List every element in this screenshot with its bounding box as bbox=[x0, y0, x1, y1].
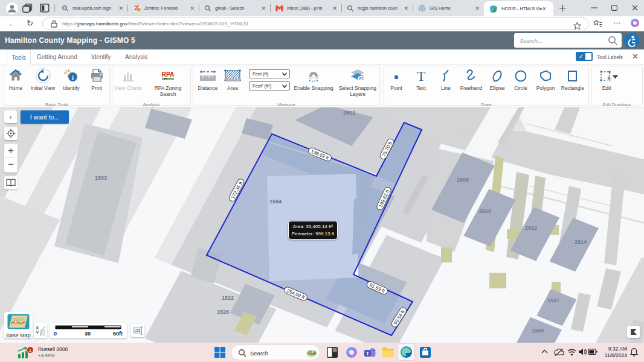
svg-text:RPA: RPA bbox=[162, 71, 174, 78]
svg-text:T: T bbox=[417, 68, 426, 84]
svg-text:0: 0 bbox=[54, 331, 57, 337]
svg-text:1: 1 bbox=[29, 348, 32, 353]
svg-text:i: i bbox=[72, 74, 74, 81]
svg-text:Y: Y bbox=[36, 330, 39, 335]
svg-text:156: 156 bbox=[134, 328, 140, 332]
svg-text:30: 30 bbox=[85, 331, 91, 337]
svg-text:60ft: 60ft bbox=[113, 331, 123, 337]
svg-text:T: T bbox=[366, 351, 370, 357]
